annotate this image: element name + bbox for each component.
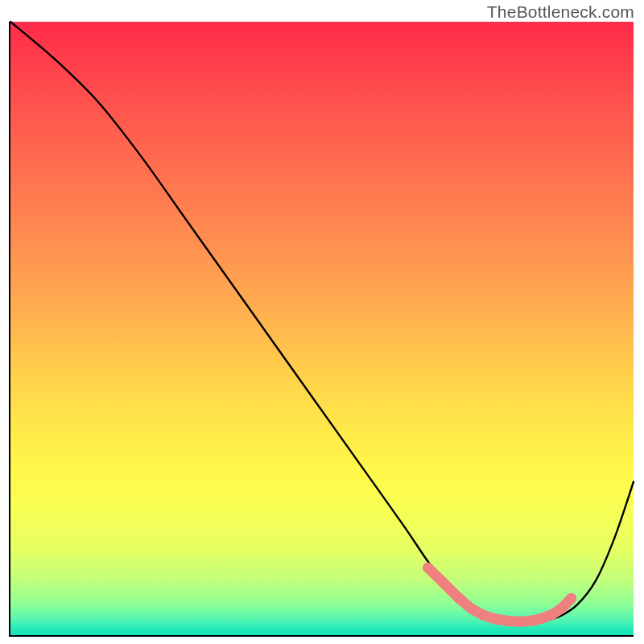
highlight-dot: [516, 617, 526, 627]
highlight-dot: [504, 616, 514, 626]
highlight-dot: [538, 613, 548, 623]
highlight-dot: [556, 603, 567, 613]
highlight-dot: [547, 609, 558, 620]
highlight-dot: [529, 615, 539, 625]
highlight-dot: [491, 614, 502, 625]
chart-stage: TheBottleneck.com: [0, 0, 644, 644]
plot-area: [10, 22, 634, 635]
highlight-dots: [423, 563, 576, 627]
bottleneck-curve: [10, 22, 634, 623]
highlight-dot: [438, 578, 448, 588]
highlight-dot: [423, 563, 433, 573]
watermark-text: TheBottleneck.com: [487, 2, 634, 22]
curve-layer: [10, 22, 634, 635]
highlight-dot: [466, 604, 477, 614]
highlight-dot: [479, 610, 489, 621]
highlight-dot: [454, 593, 464, 604]
highlight-dot: [566, 593, 576, 604]
